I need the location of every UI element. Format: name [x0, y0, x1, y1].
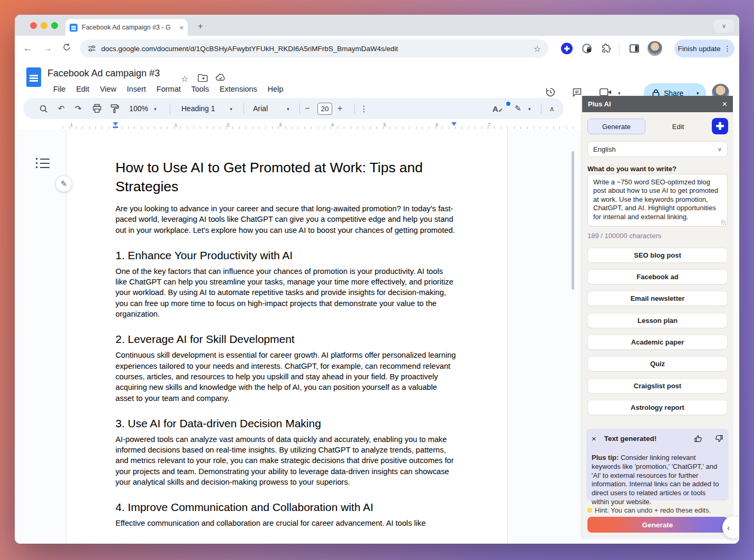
doc-section-heading: 3. Use AI for Data-driven Decision Makin… [115, 416, 456, 431]
language-select[interactable]: English ∨ [587, 141, 728, 157]
prompt-value: Write a ~750 word SEO-optimzed blog post… [593, 178, 718, 221]
menu-view[interactable]: View [95, 83, 121, 95]
template-lesson-plan[interactable]: Lesson plan [587, 313, 728, 328]
right-indent-marker[interactable] [451, 122, 457, 126]
menu-format[interactable]: Format [152, 83, 186, 95]
zoom-caret-icon[interactable]: ▾ [154, 106, 157, 112]
meet-caret-icon[interactable]: ▾ [618, 91, 621, 96]
traffic-minimize-button[interactable] [41, 22, 47, 29]
font-caret-icon[interactable]: ▾ [287, 106, 289, 112]
menu-edit[interactable]: Edit [71, 83, 94, 95]
template-academic-paper[interactable]: Academic paper [587, 335, 728, 350]
hint-row: Hint: You can undo + redo these edits. [587, 506, 711, 514]
zoom-select[interactable]: 100% [127, 98, 151, 119]
undo-icon[interactable]: ↶ [58, 98, 65, 119]
ruler-number: 5 [383, 122, 386, 127]
document-content[interactable]: How to Use AI to Get Promoted at Work: T… [115, 158, 456, 529]
site-settings-icon[interactable] [88, 44, 96, 53]
password-extension-icon[interactable] [581, 42, 593, 55]
menu-file[interactable]: File [49, 83, 70, 95]
paint-format-icon[interactable] [110, 98, 119, 119]
tab-close-icon[interactable]: × [179, 24, 183, 31]
plusai-logo: ✚ [712, 118, 728, 134]
editing-mode-icon[interactable]: ✎ [515, 98, 521, 119]
browser-tab[interactable]: Facebook Ad campaign #3 - G × [65, 19, 188, 36]
spellcheck-icon[interactable]: A✓ [492, 98, 503, 119]
font-size-input[interactable]: 20 [317, 103, 332, 115]
notification-title: Text generated! [604, 435, 657, 443]
horizontal-ruler[interactable]: 1 1 2 3 4 5 6 7 [23, 121, 575, 130]
plusai-sidebar: Plus AI × Generate Edit ✚ English ∨ What… [582, 96, 733, 538]
move-folder-icon[interactable] [198, 74, 208, 82]
print-icon[interactable] [92, 98, 102, 119]
menu-tools[interactable]: Tools [187, 83, 214, 95]
redo-icon[interactable]: ↷ [75, 98, 82, 119]
template-email-newsletter[interactable]: Email newsletter [587, 291, 728, 306]
resize-handle[interactable] [721, 220, 726, 225]
browser-profile-avatar[interactable] [647, 41, 662, 56]
template-seo-blog-post[interactable]: SEO blog post [587, 248, 728, 263]
toolbar-divider [619, 43, 620, 54]
hide-menus-icon[interactable]: ∧ [549, 98, 555, 119]
new-tab-button[interactable]: + [198, 21, 203, 32]
template-craigslist-post[interactable]: Craigslist post [587, 378, 728, 394]
style-caret-icon[interactable]: ▾ [230, 106, 233, 112]
traffic-close-button[interactable] [30, 22, 37, 29]
plusai-extension-icon[interactable]: ✚ [560, 42, 573, 55]
paragraph-style-select[interactable]: Heading 1 [181, 98, 224, 119]
thumbs-down-icon[interactable] [714, 434, 723, 443]
increase-font-icon[interactable]: + [337, 98, 342, 119]
menu-insert[interactable]: Insert [122, 83, 151, 95]
font-select[interactable]: Arial [253, 98, 279, 119]
traffic-zoom-button[interactable] [51, 22, 58, 29]
google-docs-logo[interactable] [26, 67, 41, 87]
decrease-font-icon[interactable]: − [305, 98, 310, 119]
tab-edit[interactable]: Edit [651, 119, 705, 134]
cloud-saved-icon[interactable] [215, 74, 226, 82]
side-panel-icon[interactable] [628, 42, 641, 55]
extensions-puzzle-icon[interactable] [600, 42, 613, 55]
doc-section-body: One of the key factors that can influenc… [115, 266, 456, 319]
star-document-icon[interactable]: ☆ [181, 74, 188, 84]
menu-extensions[interactable]: Extensions [215, 83, 262, 95]
left-margin-marker[interactable] [113, 126, 118, 128]
menu-bar: File Edit View Insert Format Tools Exten… [49, 83, 288, 95]
tab-generate[interactable]: Generate [587, 119, 645, 134]
notification-close-icon[interactable]: × [592, 434, 596, 443]
template-astrology-report[interactable]: Astrology report [587, 400, 728, 415]
template-facebook-ad[interactable]: Facebook ad [587, 269, 728, 284]
reload-icon[interactable] [62, 43, 71, 52]
document-title[interactable]: Facebook Ad campaign #3 [47, 68, 160, 79]
ruler-number: 7 [488, 122, 490, 127]
bookmark-star-icon[interactable]: ☆ [534, 44, 541, 54]
plusai-close-icon[interactable]: × [722, 100, 727, 109]
ruler-number: 1 [70, 122, 73, 127]
back-icon[interactable]: ← [23, 43, 32, 54]
toolbar-separator [354, 103, 355, 114]
finish-update-menu-icon[interactable]: ⋮ [724, 44, 731, 53]
template-quiz[interactable]: Quiz [587, 356, 728, 371]
menu-help[interactable]: Help [263, 83, 288, 95]
thumbs-up-icon[interactable] [694, 434, 703, 443]
document-scrollbar[interactable] [572, 151, 574, 290]
prompt-textarea[interactable]: Write a ~750 word SEO-optimzed blog post… [587, 174, 728, 227]
doc-section-body: AI-powered tools can analyze vast amount… [115, 434, 456, 487]
finish-update-button[interactable]: Finish update ⋮ [674, 40, 734, 57]
address-bar[interactable]: docs.google.com/document/d/1QcBSHyAFwybt… [80, 40, 548, 57]
text-generated-notification: × Text generated! Plus tip: Consider lin… [586, 429, 729, 500]
share-dropdown-icon[interactable]: ▾ [689, 91, 706, 96]
editing-mode-caret-icon[interactable]: ▾ [528, 106, 531, 112]
finish-update-label: Finish update [678, 45, 720, 53]
more-tools-icon[interactable]: ⋮ [360, 98, 368, 119]
chevron-left-icon: ‹ [727, 523, 730, 532]
ruler-number: 6 [436, 122, 438, 127]
left-indent-marker[interactable] [113, 122, 118, 126]
search-menus-icon[interactable] [39, 98, 48, 119]
help-me-write-button[interactable]: ✎ [56, 176, 72, 192]
chevron-down-icon: ∨ [718, 146, 722, 153]
forward-icon[interactable]: → [43, 43, 52, 54]
ruler-number: 1 [175, 122, 177, 127]
document-outline-icon[interactable] [36, 158, 50, 170]
generate-button[interactable]: Generate [587, 517, 728, 533]
tab-search-button[interactable]: ∨ [714, 19, 734, 33]
